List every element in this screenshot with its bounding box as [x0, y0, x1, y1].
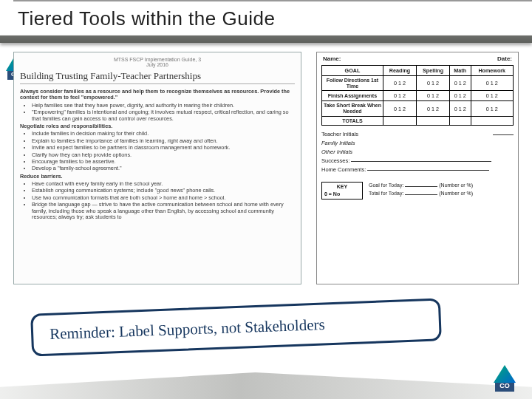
bullet: Have contact with every family early in … — [32, 181, 295, 187]
bullet: "Empowering" families is intentional and… — [32, 109, 295, 122]
number-pct: (Number or %) — [439, 191, 473, 196]
blank-line — [405, 194, 437, 195]
content-area: MTSS FSCP Implementation Guide, 3 July 2… — [13, 52, 519, 288]
doc-section-2: Negotiate roles and responsibilities. — [20, 123, 295, 129]
bullet: Encourage families to be assertive. — [32, 159, 295, 165]
bullet: Establish ongoing communication systems;… — [32, 188, 295, 194]
doc-sec2-list: Include families in decision making for … — [32, 131, 295, 171]
goal-today-label: Goal for Today: — [369, 183, 403, 188]
cell: 0 1 2 — [449, 101, 471, 116]
goals-table: GOAL Reading Spelling Math Homework Foll… — [321, 65, 514, 126]
form-footer: KEY 0 = No Goal for Today: (Number or %)… — [321, 182, 514, 199]
cell-empty — [383, 116, 416, 126]
col-spelling: Spelling — [417, 66, 450, 76]
cell: 0 1 2 — [417, 91, 450, 101]
goal-3: Take Short Break When Needed — [322, 101, 383, 116]
table-header-row: GOAL Reading Spelling Math Homework — [322, 66, 514, 76]
cell: 0 1 2 — [471, 91, 513, 101]
cell: 0 1 2 — [449, 76, 471, 91]
blank-line — [367, 170, 489, 171]
title-underline — [0, 35, 532, 43]
table-row-totals: TOTALS — [322, 116, 514, 126]
cell: 0 1 2 — [417, 76, 450, 91]
doc-sec3-list: Have contact with every family early in … — [32, 181, 295, 220]
cde-logo-corner: CO — [488, 365, 522, 395]
cell: 0 1 2 — [449, 91, 471, 101]
bullet: Bridge the language gap — strive to have… — [32, 202, 295, 220]
total-today-label: Total for Today: — [369, 191, 403, 196]
bullet: Invite and expect families to be partner… — [32, 145, 295, 151]
page-title: Tiered Tools within the Guide — [18, 7, 275, 30]
cell: 0 1 2 — [471, 101, 513, 116]
col-homework: Homework — [471, 66, 513, 76]
bullet: Develop a "family-school agreement." — [32, 166, 295, 171]
goal-form: Name: Date: GOAL Reading Spelling Math H… — [316, 52, 519, 284]
doc-header-line1: MTSS FSCP Implementation Guide, 3 — [20, 57, 295, 62]
cell: 0 1 2 — [417, 101, 450, 116]
home-comments-label: Home Comments: — [321, 166, 366, 173]
cell-empty — [449, 116, 471, 126]
table-row: Follow Directions 1st Time 0 1 2 0 1 2 0… — [322, 76, 514, 91]
form-header-row: Name: Date: — [321, 55, 514, 62]
table-row: Finish Assignments 0 1 2 0 1 2 0 1 2 0 1… — [322, 91, 514, 101]
slide: Tiered Tools within the Guide CO MTSS FS… — [0, 0, 532, 399]
date-label: Date: — [497, 55, 512, 62]
successes-label: Successes: — [321, 157, 349, 164]
teacher-initials-label: Teacher Initials — [321, 131, 358, 137]
name-label: Name: — [323, 55, 341, 62]
doc-section-3: Reduce barriers. — [20, 174, 295, 180]
doc-header-line2: July 2016 — [20, 62, 295, 67]
cell: 0 1 2 — [383, 76, 416, 91]
guide-document: MTSS FSCP Implementation Guide, 3 July 2… — [13, 52, 301, 284]
cell-empty — [471, 116, 513, 126]
top-rule — [13, 0, 532, 1]
bullet: Clarify how they can help provide option… — [32, 152, 295, 158]
totals-label: TOTALS — [322, 116, 383, 126]
footer-accent — [0, 372, 532, 399]
key-title: KEY — [324, 184, 360, 190]
bullet: Use two communication formats that are b… — [32, 195, 295, 201]
doc-lead: Always consider families as a resource a… — [20, 89, 295, 101]
family-initials-label: Family Initials — [321, 140, 355, 146]
blank-line — [351, 161, 491, 162]
cell: 0 1 2 — [383, 101, 416, 116]
triangle-icon — [494, 365, 516, 383]
callout: Reminder: Label Supports, not Stakeholde… — [31, 306, 441, 349]
bullet: Explain to families the importance of fa… — [32, 138, 295, 144]
bullet: Help families see that they have power, … — [32, 103, 295, 109]
goal-1: Follow Directions 1st Time — [322, 76, 383, 91]
callout-bubble: Reminder: Label Supports, not Stakeholde… — [30, 298, 442, 356]
blank-line — [405, 186, 437, 187]
callout-text: Reminder: Label Supports, not Stakeholde… — [50, 316, 325, 344]
table-row: Take Short Break When Needed 0 1 2 0 1 2… — [322, 101, 514, 116]
cell-empty — [417, 116, 450, 126]
signature-line — [493, 134, 514, 135]
cell: 0 1 2 — [383, 91, 416, 101]
other-initials-label: Other Initials — [321, 149, 352, 155]
bullet: Include families in decision making for … — [32, 131, 295, 137]
key-box: KEY 0 = No — [321, 182, 363, 199]
col-goal: GOAL — [322, 66, 383, 76]
number-pct: (Number or %) — [439, 183, 473, 188]
signature-block: Teacher Initials Family Initials Other I… — [321, 130, 514, 174]
doc-title: Building Trusting Family-Teacher Partner… — [20, 70, 295, 84]
col-reading: Reading — [383, 66, 416, 76]
goals-today-block: Goal for Today: (Number or %) Total for … — [369, 182, 514, 199]
col-math: Math — [449, 66, 471, 76]
key-zero: 0 = No — [324, 191, 360, 197]
cell: 0 1 2 — [471, 76, 513, 91]
goal-2: Finish Assignments — [322, 91, 383, 101]
doc-lead-list: Help families see that they have power, … — [32, 103, 295, 122]
